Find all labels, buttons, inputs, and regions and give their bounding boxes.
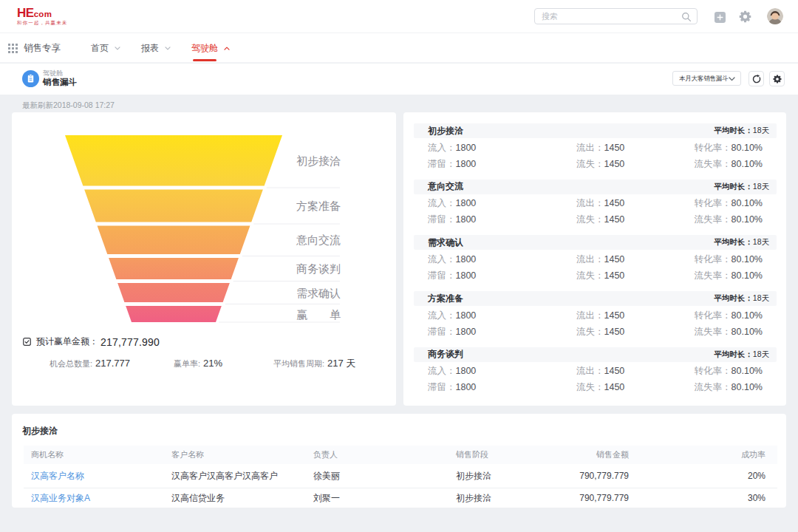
table-cell: 汉高信贷业务 [171, 492, 313, 505]
funnel-card: 初步接洽方案准备意向交流商务谈判需求确认赢单 预计赢单金额： 217,777.9… [12, 112, 396, 406]
stat-label: 转化率： [695, 254, 732, 265]
active-tab-underline [193, 59, 216, 61]
stage-rows: 流入：1800流出：1450转化率：80.10%滞留：1800流失：1450流失… [428, 251, 763, 284]
stat-label: 流入： [428, 254, 456, 265]
app-grid-icon[interactable] [8, 44, 18, 53]
stage-row: 滞留：1800流失：1450流失率：80.10% [428, 212, 763, 228]
funnel-filter-select[interactable]: 本月大客销售漏斗 [672, 71, 741, 86]
stage-rows: 流入：1800流出：1450转化率：80.10%滞留：1800流失：1450流失… [428, 364, 763, 396]
stage-stat: 转化率：80.10% [695, 310, 763, 322]
column-header: 商机名称 [31, 449, 171, 460]
column-header: 客户名称 [171, 449, 313, 460]
funnel-segment-3[interactable] [109, 258, 239, 279]
funnel-stage-label: 需求确认 [296, 287, 341, 299]
stat-value: 80.10% [732, 382, 763, 392]
stat-label: 流出： [576, 254, 604, 265]
stage-row: 流入：1800流出：1450转化率：80.10% [428, 196, 763, 212]
stage-rows: 流入：1800流出：1450转化率：80.10%滞留：1800流失：1450流失… [428, 196, 763, 228]
stat-value: 80.10% [732, 198, 763, 208]
stage-title: 商务谈判 [428, 348, 463, 361]
nav-item-home[interactable]: 首页 [91, 33, 120, 63]
stage-stat: 流出：1450 [576, 253, 695, 266]
stage-stat: 转化率：80.10% [695, 253, 763, 266]
nav-bar: 销售专享 首页 报表 驾驶舱 [0, 33, 798, 63]
opportunity-link[interactable]: 汉高业务对象A [31, 492, 171, 505]
funnel-segment-1[interactable] [84, 190, 263, 222]
funnel-stage-label: 赢 [296, 308, 307, 321]
stat-total-opportunities: 机会总数量:217.777 [50, 356, 130, 369]
stat-label: 流失： [576, 327, 604, 337]
stat-label: 流入： [428, 310, 456, 321]
stat-label: 流入： [428, 143, 456, 153]
stat-value: 1800 [456, 327, 477, 337]
funnel-stage-label: 单 [330, 308, 341, 321]
stage-stat: 转化率：80.10% [695, 365, 763, 378]
settings-gear-icon[interactable] [739, 10, 751, 23]
add-button[interactable] [715, 12, 726, 23]
stage-duration: 平均时长：18天 [714, 293, 769, 304]
column-header: 销售金额 [567, 449, 629, 460]
stat-value: 1800 [456, 159, 477, 169]
stat-value: 80.10% [732, 214, 763, 225]
stat-value: 80.10% [732, 143, 763, 153]
nav-item-label: 首页 [91, 42, 109, 55]
stage-stat: 流失率：80.10% [695, 326, 763, 338]
table-cell: 790,779.779 [567, 493, 629, 503]
stage-row: 流入：1800流出：1450转化率：80.10% [428, 140, 763, 156]
stage-stat: 流失：1450 [576, 381, 695, 394]
stat-value: 1450 [604, 366, 625, 376]
stat-value: 80.10% [732, 159, 763, 169]
nav-item-reports[interactable]: 报表 [141, 33, 171, 63]
funnel-segment-0[interactable] [65, 135, 282, 186]
stage-section-0: 初步接洽平均时长：18天流入：1800流出：1450转化率：80.10%滞留：1… [403, 123, 786, 172]
refresh-button[interactable] [748, 71, 764, 86]
stat-value: 21% [203, 358, 222, 369]
funnel-stage-label: 商务谈判 [296, 262, 341, 275]
stat-label: 滞留： [428, 382, 456, 392]
stat-label: 赢单率: [174, 359, 200, 368]
stage-stat: 流入：1800 [428, 365, 576, 378]
search-input[interactable] [535, 9, 697, 24]
stage-stat: 流入：1800 [428, 197, 576, 210]
checkbox-check-icon [23, 338, 31, 346]
expected-amount-value: 217,777.990 [100, 336, 160, 348]
stat-label: 平均销售周期: [273, 359, 324, 368]
stat-label: 流失率： [695, 327, 732, 337]
stat-value: 1800 [456, 254, 477, 265]
stage-duration: 平均时长：18天 [714, 126, 769, 136]
stat-value: 1450 [604, 327, 625, 337]
funnel-segment-2[interactable] [98, 226, 250, 255]
table-header-row: 商机名称客户名称负责人销售阶段销售金额成功率 [24, 446, 777, 464]
stage-stat: 流出：1450 [576, 197, 695, 210]
stage-band: 商务谈判平均时长：18天 [414, 347, 777, 362]
page-title: 销售漏斗 [43, 77, 77, 88]
stage-title: 需求确认 [428, 236, 463, 249]
search-icon[interactable] [681, 12, 692, 22]
funnel-segment-4[interactable] [117, 283, 230, 302]
stat-value: 217 天 [327, 358, 355, 369]
column-header: 销售阶段 [456, 449, 567, 460]
stage-row: 滞留：1800流失：1450流失率：80.10% [428, 324, 763, 340]
opportunity-link[interactable]: 汉高客户名称 [31, 470, 171, 482]
stat-value: 1800 [456, 382, 477, 392]
stage-stat: 流出：1450 [576, 142, 695, 154]
stage-row: 滞留：1800流失：1450流失率：80.10% [428, 380, 763, 396]
stat-label: 流入： [428, 366, 456, 376]
stage-section-4: 商务谈判平均时长：18天流入：1800流出：1450转化率：80.10%滞留：1… [403, 347, 786, 396]
stat-value: 80.10% [732, 327, 763, 337]
chart-settings-button[interactable] [769, 71, 785, 86]
stat-label: 流失率： [695, 382, 732, 392]
user-avatar[interactable] [767, 8, 783, 24]
brand-logo[interactable]: HEcom [17, 7, 52, 19]
stage-duration: 平均时长：18天 [714, 237, 769, 248]
sales-funnel-chart[interactable]: 初步接洽方案准备意向交流商务谈判需求确认赢单 [12, 134, 396, 327]
expected-amount-line: 预计赢单金额： 217,777.990 [23, 335, 160, 348]
nav-item-cockpit[interactable]: 驾驶舱 [191, 33, 230, 63]
logo-he: HE [17, 6, 34, 20]
stage-band: 初步接洽平均时长：18天 [414, 123, 777, 138]
table-cell: 30% [629, 493, 765, 503]
column-header: 成功率 [629, 449, 765, 460]
funnel-segment-5[interactable] [126, 306, 222, 322]
stage-section-2: 需求确认平均时长：18天流入：1800流出：1450转化率：80.10%滞留：1… [403, 235, 786, 284]
funnel-stage-label: 方案准备 [296, 200, 341, 212]
